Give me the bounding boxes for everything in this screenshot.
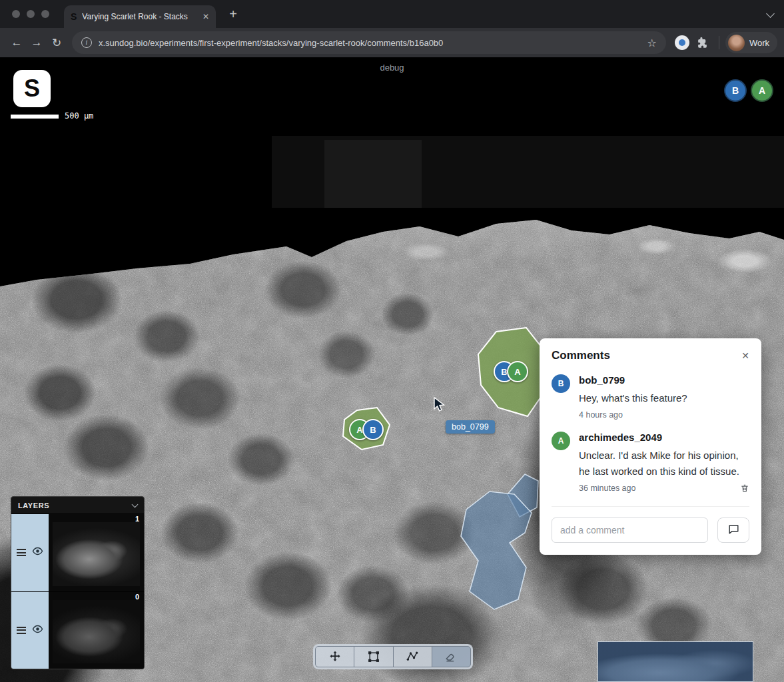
profile-avatar bbox=[728, 35, 745, 51]
tab-close-icon[interactable]: ✕ bbox=[202, 12, 209, 21]
profile-label: Work bbox=[749, 38, 769, 48]
layer-thumbnail-image bbox=[53, 522, 140, 586]
comment-text: Unclear. I'd ask Mike for his opinion, h… bbox=[579, 448, 749, 479]
visibility-eye-icon[interactable] bbox=[32, 545, 43, 559]
visibility-eye-icon[interactable] bbox=[32, 623, 43, 637]
comment-item: B bob_0799 Hey, what's this feature? 4 h… bbox=[552, 374, 749, 420]
comment-meta: 4 hours ago bbox=[579, 410, 749, 420]
presence-avatar[interactable]: A bbox=[751, 79, 773, 102]
layers-panel-title: LAYERS bbox=[18, 502, 133, 510]
presence-avatar[interactable]: B bbox=[724, 79, 747, 102]
transform-tool-button[interactable] bbox=[354, 646, 393, 667]
back-button[interactable]: ← bbox=[7, 33, 27, 53]
background-shade bbox=[324, 140, 422, 208]
debug-label: debug bbox=[0, 63, 784, 73]
reload-button[interactable]: ↻ bbox=[47, 33, 67, 53]
chevron-down-icon[interactable] bbox=[132, 501, 139, 508]
tab-title: Varying Scarlet Rook - Stacks bbox=[82, 12, 197, 21]
layer-controls bbox=[11, 514, 49, 591]
tab-search-chevron-icon[interactable] bbox=[766, 9, 775, 18]
layer-row[interactable]: 0 bbox=[11, 591, 144, 669]
scale-bar-label: 500 μm bbox=[65, 111, 93, 121]
forward-button[interactable]: → bbox=[27, 33, 47, 53]
url-text: x.sundog.bio/experiments/first-experimen… bbox=[99, 38, 641, 48]
window-controls bbox=[12, 10, 49, 18]
comment-text: Hey, what's this feature? bbox=[579, 390, 749, 406]
browser-navbar: ← → ↻ i x.sundog.bio/experiments/first-e… bbox=[0, 28, 784, 57]
remote-cursor-label: bob_0799 bbox=[446, 420, 495, 434]
scale-bar bbox=[11, 115, 59, 119]
comment-item: A archimedes_2049 Unclear. I'd ask Mike … bbox=[552, 432, 749, 493]
tab-strip: S Varying Scarlet Rook - Stacks ✕ + bbox=[0, 0, 784, 28]
layer-row[interactable]: 1 bbox=[11, 513, 144, 591]
presence-avatars: B A bbox=[724, 79, 773, 102]
layers-panel: LAYERS 1 bbox=[11, 496, 145, 669]
polygon-tool-button[interactable] bbox=[393, 646, 432, 667]
eraser-tool-button[interactable] bbox=[432, 646, 471, 667]
close-icon[interactable]: ✕ bbox=[741, 351, 749, 360]
tab-favicon: S bbox=[71, 11, 77, 22]
new-tab-button[interactable]: + bbox=[225, 6, 241, 22]
layer-thumbnail[interactable]: 1 bbox=[49, 514, 144, 591]
remote-cursor-icon bbox=[433, 397, 448, 416]
browser-window: S Varying Scarlet Rook - Stacks ✕ + ← → … bbox=[0, 0, 784, 682]
drag-handle-icon[interactable] bbox=[17, 627, 26, 634]
comment-author: bob_0799 bbox=[579, 374, 749, 386]
layer-thumbnail-image bbox=[53, 600, 140, 664]
minimize-window-button[interactable] bbox=[27, 10, 35, 18]
comment-author: archimedes_2049 bbox=[579, 432, 749, 443]
comment-input[interactable] bbox=[552, 517, 708, 543]
delete-comment-trash-icon[interactable] bbox=[740, 484, 749, 493]
minimap[interactable] bbox=[597, 641, 753, 682]
avatar[interactable]: B bbox=[362, 419, 384, 440]
bookmark-star-icon[interactable]: ☆ bbox=[647, 37, 657, 49]
comment-input-row bbox=[552, 506, 749, 543]
app-logo[interactable]: S bbox=[13, 70, 51, 107]
move-tool-button[interactable] bbox=[315, 646, 354, 667]
annotation-avatar-cluster[interactable]: A B bbox=[349, 419, 384, 440]
comments-title: Comments bbox=[552, 349, 741, 362]
submit-comment-button[interactable] bbox=[717, 517, 749, 543]
slide-viewer: B A A B bob_0799 debug S 500 μm B A LAYE… bbox=[0, 57, 784, 682]
drag-handle-icon[interactable] bbox=[17, 549, 26, 556]
address-bar[interactable]: i x.sundog.bio/experiments/first-experim… bbox=[72, 31, 666, 54]
comments-panel: Comments ✕ B bob_0799 Hey, what's this f… bbox=[540, 338, 761, 555]
avatar: A bbox=[552, 432, 570, 450]
avatar[interactable]: A bbox=[507, 361, 528, 382]
comments-header: Comments ✕ bbox=[552, 349, 749, 362]
comment-timestamp: 36 minutes ago bbox=[579, 484, 635, 493]
comment-body: bob_0799 Hey, what's this feature? 4 hou… bbox=[579, 374, 749, 420]
layer-thumbnail[interactable]: 0 bbox=[49, 592, 144, 669]
navbar-divider bbox=[719, 36, 719, 49]
comment-body: archimedes_2049 Unclear. I'd ask Mike fo… bbox=[579, 432, 749, 493]
avatar: B bbox=[552, 374, 570, 393]
annotation-avatar-cluster[interactable]: B A bbox=[494, 361, 528, 382]
extensions-puzzle-icon[interactable] bbox=[693, 33, 713, 53]
extension-badge-icon[interactable] bbox=[675, 35, 689, 50]
comment-bubble-icon bbox=[727, 523, 740, 537]
browser-chrome: S Varying Scarlet Rook - Stacks ✕ + ← → … bbox=[0, 0, 784, 57]
layer-controls bbox=[11, 592, 49, 669]
layers-panel-header[interactable]: LAYERS bbox=[11, 497, 144, 513]
profile-chip[interactable]: Work bbox=[725, 32, 777, 53]
site-info-icon[interactable]: i bbox=[81, 37, 92, 48]
browser-tab[interactable]: S Varying Scarlet Rook - Stacks ✕ bbox=[64, 5, 216, 28]
comment-timestamp: 4 hours ago bbox=[579, 410, 623, 420]
zoom-window-button[interactable] bbox=[41, 10, 49, 18]
close-window-button[interactable] bbox=[12, 10, 20, 18]
tool-toolbar bbox=[313, 644, 473, 669]
comment-meta: 36 minutes ago bbox=[579, 484, 749, 493]
